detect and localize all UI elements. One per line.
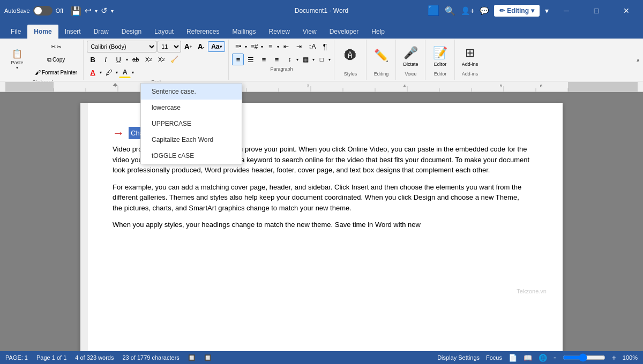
- share-icon[interactable]: 👤+: [461, 6, 474, 15]
- format-painter-button[interactable]: 🖌Format Painter: [32, 66, 80, 78]
- search-icon[interactable]: 🔍: [445, 6, 455, 16]
- bold-button[interactable]: B: [87, 54, 99, 65]
- underline-button[interactable]: U: [113, 54, 124, 65]
- tab-view[interactable]: View: [296, 25, 323, 39]
- grow-font-button[interactable]: A+: [182, 41, 194, 52]
- bullets-button[interactable]: ≡•: [232, 41, 244, 52]
- font-family-select[interactable]: Calibri (Body): [87, 41, 156, 52]
- tab-home[interactable]: Home: [27, 25, 58, 39]
- strikethrough-button[interactable]: ab: [130, 54, 141, 65]
- clear-format-button[interactable]: 🧹: [168, 54, 180, 65]
- shading-dropdown[interactable]: ▾: [312, 57, 315, 62]
- zoom-out-button[interactable]: -: [554, 353, 556, 362]
- align-right-button[interactable]: ≡: [258, 54, 270, 65]
- show-marks-button[interactable]: ¶: [319, 41, 331, 52]
- editing-ribbon-button[interactable]: ✏️: [371, 47, 391, 64]
- subscript-button[interactable]: X2: [143, 54, 154, 65]
- tab-developer[interactable]: Developer: [323, 25, 365, 39]
- shading-button[interactable]: ▦: [300, 54, 311, 65]
- dictate-button[interactable]: 🎤: [401, 44, 421, 62]
- ribbon-tabs: File Home Insert Draw Design Layout Refe…: [0, 21, 643, 39]
- tab-file[interactable]: File: [4, 25, 27, 39]
- display-settings[interactable]: Display Settings: [437, 354, 480, 361]
- styles-button[interactable]: 🅐: [342, 47, 359, 64]
- editing-button[interactable]: ✏ Editing ▾: [494, 5, 540, 17]
- ribbon-toggle[interactable]: ▾: [545, 6, 549, 15]
- highlight-dropdown[interactable]: ▾: [116, 70, 118, 75]
- autosave-toggle[interactable]: [33, 6, 53, 16]
- paste-dropdown[interactable]: ▾: [16, 65, 18, 70]
- format-painter-icon: 🖌: [35, 69, 41, 75]
- tab-layout[interactable]: Layout: [148, 25, 180, 39]
- font-color-button[interactable]: A: [87, 66, 99, 78]
- dropdown-item-toggle-case[interactable]: tOGGLE cASE: [141, 148, 242, 164]
- shrink-font-button[interactable]: A-: [195, 41, 207, 52]
- text-color-button[interactable]: A: [119, 66, 131, 78]
- numbering-button[interactable]: ≡#: [248, 41, 260, 52]
- zoom-slider[interactable]: [563, 353, 605, 362]
- font-selector-row: Calibri (Body) 11 A+ A- Aa ▾: [87, 41, 225, 52]
- comments-icon[interactable]: 💬: [480, 6, 489, 15]
- minimize-button[interactable]: ─: [554, 0, 579, 21]
- align-center-button[interactable]: ☰: [245, 54, 257, 65]
- collapse-ribbon-button[interactable]: ∧: [636, 57, 640, 63]
- sentence-case-label: Sentence case.: [152, 88, 196, 95]
- decrease-indent-button[interactable]: ⇤: [280, 41, 292, 52]
- text-color-dropdown[interactable]: ▾: [132, 70, 134, 75]
- editor-button[interactable]: 📝: [430, 44, 450, 62]
- redo-icon[interactable]: ↺: [101, 6, 108, 16]
- change-case-dropdown[interactable]: ▾: [220, 44, 222, 49]
- tab-help[interactable]: Help: [365, 25, 391, 39]
- zoom-in-button[interactable]: +: [612, 353, 616, 362]
- tab-insert[interactable]: Insert: [58, 25, 87, 39]
- svg-text:4: 4: [403, 84, 406, 88]
- font-color-dropdown[interactable]: ▾: [100, 70, 102, 75]
- tab-mailings[interactable]: Mailings: [226, 25, 262, 39]
- customize-quick-access[interactable]: ▾: [111, 8, 114, 14]
- paste-button[interactable]: 📋 Paste ▾: [5, 46, 29, 73]
- dropdown-item-lowercase[interactable]: lowercase: [141, 100, 242, 116]
- line-spacing-dropdown[interactable]: ▾: [296, 57, 298, 62]
- character-count: 23 of 1779 characters: [122, 354, 179, 361]
- print-layout-icon[interactable]: 📄: [509, 354, 517, 362]
- underline-dropdown[interactable]: ▾: [126, 57, 128, 62]
- maximize-button[interactable]: □: [584, 0, 609, 21]
- ruler-inner: 1 2 3 4 5 6: [5, 81, 638, 92]
- tab-design[interactable]: Design: [115, 25, 148, 39]
- font-size-select[interactable]: 11: [158, 41, 181, 52]
- numbering-dropdown[interactable]: ▾: [261, 44, 263, 49]
- highlight-button[interactable]: 🖊: [103, 66, 115, 78]
- italic-button[interactable]: I: [100, 54, 111, 65]
- ruler: 1 2 3 4 5 6: [0, 81, 643, 92]
- bullets-dropdown[interactable]: ▾: [245, 44, 247, 49]
- dropdown-item-uppercase[interactable]: UPPERCASE: [141, 116, 242, 132]
- borders-dropdown[interactable]: ▾: [328, 57, 331, 62]
- superscript-button[interactable]: X2: [155, 54, 167, 65]
- focus-button[interactable]: Focus: [486, 354, 502, 361]
- editing-dropdown[interactable]: ▾: [531, 7, 534, 14]
- tab-draw[interactable]: Draw: [87, 25, 115, 39]
- undo-icon[interactable]: ↩: [85, 6, 92, 16]
- cut-button[interactable]: ✂✂: [32, 41, 80, 52]
- save-icon[interactable]: 💾: [71, 6, 81, 16]
- line-spacing-button[interactable]: ↕: [283, 54, 295, 65]
- toggle-case-label: tOGGLE cASE: [152, 152, 194, 160]
- borders-button[interactable]: □: [316, 54, 327, 65]
- tab-references[interactable]: References: [180, 25, 226, 39]
- read-mode-icon[interactable]: 📖: [524, 354, 532, 362]
- close-button[interactable]: ✕: [614, 0, 639, 21]
- change-case-button[interactable]: Aa ▾: [208, 41, 225, 52]
- increase-indent-button[interactable]: ⇥: [293, 41, 305, 52]
- multilevel-button[interactable]: ≡: [264, 41, 276, 52]
- justify-button[interactable]: ≡: [271, 54, 282, 65]
- web-layout-icon[interactable]: 🌐: [539, 354, 547, 362]
- undo-dropdown[interactable]: ▾: [95, 8, 98, 14]
- multilevel-dropdown[interactable]: ▾: [277, 44, 279, 49]
- dropdown-item-capitalize[interactable]: Capitalize Each Word: [141, 132, 242, 148]
- sort-button[interactable]: ↕A: [306, 41, 318, 52]
- dropdown-item-sentence-case[interactable]: Sentence case.: [141, 84, 242, 100]
- align-left-button[interactable]: ≡: [232, 54, 244, 65]
- copy-button[interactable]: ⧉Copy: [32, 54, 80, 65]
- tab-review[interactable]: Review: [263, 25, 296, 39]
- addins-button[interactable]: ⊞: [461, 44, 478, 62]
